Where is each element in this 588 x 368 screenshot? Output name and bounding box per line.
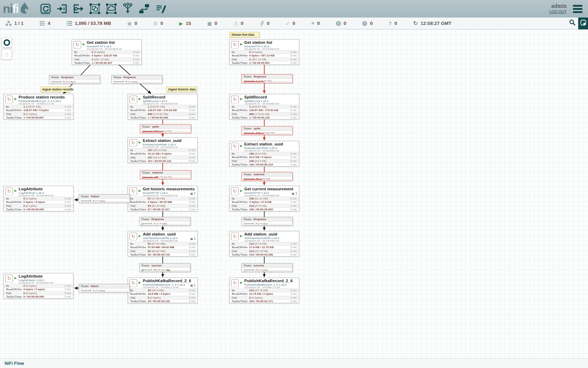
processor-stats: In214 (22.75 KB)5 minRead/Write22.75 KB … [230,288,299,303]
stat-window: 5 min [185,250,197,253]
stat-label: Out [4,292,23,295]
processor-extract-station-uuid[interactable]: ↻▶Extract station_uuidEvaluateJsonPath 1… [229,141,299,166]
stat-value: 0 bytes / 0 bytes [23,288,61,291]
process-group-tool-icon[interactable] [87,1,103,16]
transmitting-remote-groups: ◉0 [127,21,137,26]
stat-row-in: In52 (57.04 MB)5 min [128,242,197,245]
processor-bundle: org.apache.nifi - nifi-standard-nar [143,102,178,105]
remote-process-group-tool-icon[interactable] [103,1,120,16]
stat-row-out: Out246 (63.9 KB)5 min [230,159,299,163]
processor-stats: In246 (63.9 KB)5 minRead/Write63.9 KB / … [230,152,299,166]
stat-window: 5 min [185,253,197,256]
cluster-nodes-count: 1 / 1 [14,21,23,26]
stat-row-in: In214 (27.8 KB)5 min [230,242,299,245]
connection-label-success[interactable]: NamesuccessQueued16 (50.03 MB) [139,263,190,272]
bulletin-panel-button[interactable] [578,18,588,29]
processor-get-station-list[interactable]: ↻▶Get station listInvokeHTTP 1.16.3org.a… [72,39,142,65]
connection-label-response[interactable]: NameResponseQueued1 (228.57 KB) [241,74,293,83]
connection-label-failure[interactable]: NamefailureQueued0 (0 bytes) [79,284,130,293]
processor-splitrecord[interactable]: ↻▶SplitRecordSplitRecord 1.16.3org.apach… [128,94,198,120]
connection-label-matched[interactable]: NamematchedQueued10 (2.59 KB) [241,172,293,181]
connection-label-success[interactable]: NamesuccessQueued0 (0 bytes) [241,263,293,272]
running-status-icon: ▶ [240,189,243,192]
statusbar-items: 1 / 141,095 / 53.78 MB◉0⊘0▶15■0⚠00✓0*0↑0… [6,21,413,26]
stat-row-tasks-time: Tasks/Time1 / 00:00:00.3375 min [72,61,141,64]
processor-add-station-uuid[interactable]: ↻▶Add station_uuidJoltTransformJSON 1.16… [229,231,299,257]
current-user-label: admin [549,3,567,9]
stat-row-out: Out689 (179.52 KB)5 min [230,112,299,116]
search-button[interactable] [566,18,578,29]
stat-row-tasks-time: Tasks/Time204 / 00:00:02.1715 min [230,299,299,303]
processor-tool-icon[interactable] [37,1,54,16]
template-tool-icon[interactable] [136,1,153,16]
stat-label: In [128,242,148,245]
processor-add-station-uuid[interactable]: ↻▶Add station_uuidJoltTransformJSON 1.16… [128,231,198,257]
stat-value: 67 / 00:00:10.317 [148,208,185,211]
processor-produce-station-records[interactable]: ↻▶Produce station recordsPublishKafkaRec… [4,94,74,120]
stat-window: 5 min [185,105,197,108]
canvas-label-ingest-historic-data[interactable]: Ingest historic data [166,87,197,92]
canvas-label-ingest-station-records[interactable]: Ingest station records [40,87,70,92]
funnel-tool-icon[interactable] [120,1,136,16]
flow-canvas[interactable]: ☝ Stream live-dataIngest station records… [0,29,588,368]
stat-label: In [4,105,23,108]
connection-label-response[interactable]: NameResponseQueued0 (0 bytes) [49,75,100,84]
stat-label: In [128,105,148,108]
stat-label: Read/Write [4,200,23,204]
canvas-label-stream-live-data[interactable]: Stream live-data [229,32,259,38]
running-status-icon: ▶ [240,234,243,238]
processor-get-historic-measurements[interactable]: ↻▶Get historic measurementsInvokeHTTP 1.… [128,186,198,211]
connection-label-response[interactable]: NameResponseQueued2 (3.25 MB) [139,217,190,226]
processor-bundle: org.apache.nifi - nifi-standard-nar [244,239,279,242]
connection-label-splits[interactable]: NamesplitsQueued443 (115.62 KB) [241,126,293,135]
processor-bundle: org.apache.nifi - nifi-kafka-2-6-nar [19,102,54,105]
name-label: Name [113,76,121,79]
connection-label-response[interactable]: NameResponseQueued0 (0 bytes) [111,75,162,84]
label-tool-icon[interactable] [153,1,169,16]
processor-publishkafkarecord-2-6[interactable]: ↻▶PublishKafkaRecord_2_6PublishKafkaReco… [229,278,299,303]
size-threshold-bar [106,201,128,202]
warn-icon: ⚠ [233,21,238,26]
stat-window: 5 min [185,156,197,159]
stat-value: 228.57 KB / 179.52 KB [148,109,185,112]
output-port-tool-icon[interactable] [70,1,87,16]
processor-logattribute[interactable]: ↻▶LogAttributeLogAttribute 1.16.3org.apa… [4,273,74,299]
processor-get-station-list[interactable]: ↻▶Get station listInvokeHTTP 1.16.3org.a… [229,39,299,65]
processor-name: Extract station_uuid [244,142,283,146]
object-threshold-bar [81,201,101,202]
stat-label: Out [230,250,249,253]
cluster-nodes: 1 / 1 [6,21,23,26]
processor-extract-station-uuid[interactable]: ↻▶Extract station_uuidEvaluateJsonPath 1… [128,137,198,163]
stat-value: 67 (17.69 KB) [148,197,185,200]
stat-value: 0 bytes / 457.13 KB [249,54,286,57]
processor-splitrecord[interactable]: ↻▶SplitRecordSplitRecord 1.16.3org.apach… [229,94,299,120]
object-threshold-bar [244,270,264,271]
refresh-icon[interactable]: ↻ [413,20,418,27]
stat-row-out: Out214 (22.75 KB)5 min [230,249,299,253]
breadcrumb-root[interactable]: NiFi Flow [5,361,24,366]
stat-value: 214 / 00:00:01.098 [249,253,286,256]
stat-row-in: In1 (228.57 KB)5 min [128,105,197,108]
processor-publishkafkarecord-2-6[interactable]: ↻▶PublishKafkaRecord_2_6PublishKafkaReco… [128,278,198,303]
processor-icon: ↻ [130,96,137,103]
processor-icon: ↻ [5,96,13,103]
processor-logattribute[interactable]: ↻▶LogAttributeLogAttribute 1.16.3org.apa… [4,186,74,211]
stat-label: Read/Write [4,288,23,291]
connection-label-splits[interactable]: NamesplitsQueued522 (136.4 KB) [140,124,191,133]
connection-label-matched[interactable]: NamematchedQueued100 (25.43 KB) [140,170,191,179]
running-status-icon: ▶ [139,234,141,238]
object-threshold-bar [141,224,162,225]
logout-link[interactable]: LOG OUT [549,9,567,14]
stat-row-tasks-time: Tasks/Time1 / 00:00:00.1185 min [230,116,299,119]
stopped-components-count: 0 [215,21,217,26]
connection-label-failure[interactable]: NameFailureQueued0 (0 bytes) [79,194,130,203]
global-menu-button[interactable] [572,4,583,14]
input-port-tool-icon[interactable] [54,1,70,16]
processor-get-current-measurement[interactable]: ↻▶Get current measurementInvokeHTTP 1.16… [229,186,299,211]
processor-header: ↻▶Add station_uuidJoltTransformJSON 1.16… [230,231,299,242]
running-status-icon: ▶ [139,97,141,101]
running-status-icon: ▶ [240,144,243,148]
processor-name: Get station list [244,40,272,45]
connection-label-response[interactable]: NameResponseQueued0 (0 bytes) [241,217,293,226]
stat-row-tasks-time: Tasks/Time236 / 00:00:09.9255 min [230,207,299,211]
